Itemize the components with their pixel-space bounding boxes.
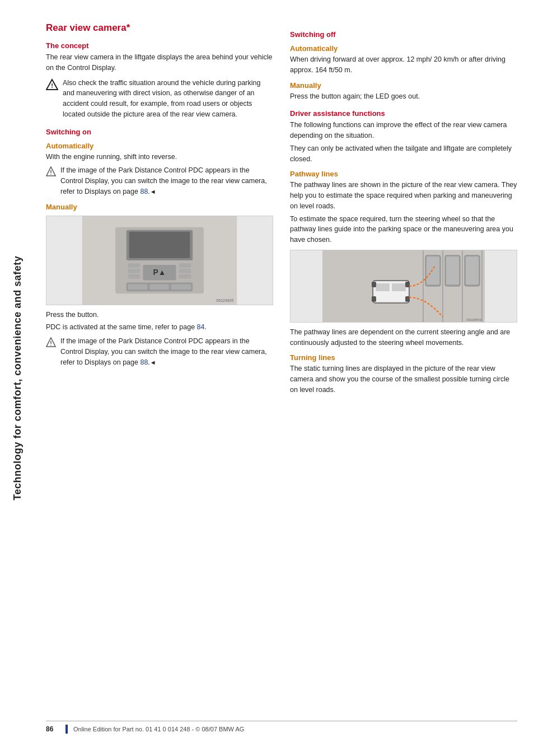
switching-off-manually-heading: Manually [290, 81, 517, 90]
svg-text:P▲: P▲ [153, 267, 166, 276]
svg-rect-36 [446, 256, 459, 284]
link-88-1[interactable]: 88 [140, 188, 148, 195]
switching-off-manually-text: Press the button again; the LED goes out… [290, 91, 517, 102]
parking-diagram-svg: 00126543 [291, 250, 517, 323]
svg-rect-34 [427, 256, 439, 284]
press-button-text: Press the button. [46, 310, 273, 320]
main-title: Rear view camera* [46, 22, 273, 34]
svg-rect-8 [129, 231, 190, 258]
switching-on-auto-heading: Automatically [46, 142, 273, 150]
note-text-1: If the image of the Park Distance Contro… [60, 165, 273, 197]
concept-heading: The concept [46, 41, 273, 50]
switching-off-auto-heading: Automatically [290, 44, 517, 53]
svg-point-4 [50, 174, 51, 175]
two-col-layout: Rear view camera* The concept The rear v… [46, 22, 517, 704]
svg-rect-11 [128, 263, 140, 267]
switching-off-auto-text: When driving forward at over approx. 12 … [290, 54, 517, 76]
svg-rect-18 [128, 284, 148, 290]
pathway-note: The pathway lines are dependent on the c… [290, 327, 517, 348]
svg-rect-38 [466, 256, 479, 284]
driver-assistance-body1: The following functions can improve the … [290, 120, 517, 141]
page-number: 86 [46, 725, 60, 733]
sidebar-label: Technology for comfort, convenience and … [12, 256, 24, 501]
switching-on-heading: Switching on [46, 128, 273, 136]
pathway-text2: To estimate the space required, turn the… [290, 214, 517, 245]
svg-rect-46 [405, 296, 410, 302]
svg-rect-42 [392, 283, 406, 291]
warning-icon: ! [46, 78, 58, 91]
car-interior-image: P▲ [46, 216, 273, 305]
page-container: Technology for comfort, convenience and … [0, 0, 534, 756]
link-88-2[interactable]: 88 [140, 358, 148, 366]
pathway-text1: The pathway lines are shown in the pictu… [290, 180, 517, 211]
left-column: Rear view camera* The concept The rear v… [46, 22, 273, 704]
footer-bar-decoration [65, 725, 68, 734]
note-triangle-icon-1 [46, 166, 56, 176]
pdc-activated-text: PDC is activated at the same time, refer… [46, 322, 273, 333]
concept-section: The concept The rear view camera in the … [46, 41, 273, 120]
car-interior-svg: P▲ [46, 216, 273, 305]
manually-heading: Manually [46, 203, 273, 211]
svg-rect-15 [179, 268, 191, 273]
note-text-2: If the image of the Park Distance Contro… [60, 336, 273, 367]
warning-box: ! Also check the traffic situation aroun… [46, 78, 273, 120]
switching-on-auto-text: With the engine running, shift into reve… [46, 152, 273, 162]
switching-off-heading: Switching off [290, 30, 517, 39]
svg-rect-20 [171, 284, 191, 290]
svg-text:!: ! [51, 82, 53, 89]
svg-text:00126543: 00126543 [466, 318, 481, 321]
main-content: Rear view camera* The concept The rear v… [35, 0, 534, 756]
svg-rect-43 [372, 282, 376, 287]
footer-text: Online Edition for Part no. 01 41 0 014 … [73, 726, 244, 732]
svg-rect-19 [149, 284, 169, 290]
note-triangle-icon-2 [46, 337, 56, 347]
svg-point-24 [50, 345, 51, 346]
turning-lines-heading: Turning lines [290, 353, 517, 362]
svg-rect-44 [405, 282, 410, 287]
warning-text: Also check the traffic situation around … [63, 78, 273, 120]
svg-rect-45 [372, 296, 376, 302]
switching-off-section: Switching off Automatically When driving… [290, 30, 517, 101]
note-box-2: If the image of the Park Distance Contro… [46, 336, 273, 367]
svg-rect-41 [376, 283, 390, 291]
svg-text:00124935: 00124935 [217, 298, 234, 302]
svg-rect-12 [128, 268, 140, 273]
page-footer: 86 Online Edition for Part no. 01 41 0 0… [46, 721, 517, 734]
note-box-1: If the image of the Park Distance Contro… [46, 165, 273, 197]
driver-assistance-body2: They can only be activated when the tail… [290, 143, 517, 165]
driver-assistance-heading: Driver assistance functions [290, 109, 517, 118]
svg-rect-13 [128, 274, 140, 278]
right-column: Switching off Automatically When driving… [290, 22, 517, 704]
turning-lines-text: The static turning lines are displayed i… [290, 363, 517, 395]
concept-body1: The rear view camera in the liftgate dis… [46, 52, 273, 73]
link-84[interactable]: 84 [197, 323, 205, 331]
driver-assistance-section: Driver assistance functions The followin… [290, 109, 517, 395]
svg-rect-14 [179, 263, 191, 267]
switching-on-section: Switching on Automatically With the engi… [46, 128, 273, 368]
sidebar: Technology for comfort, convenience and … [0, 0, 35, 756]
pathway-lines-heading: Pathway lines [290, 170, 517, 178]
parking-diagram-image: 00126543 [290, 250, 517, 323]
svg-rect-16 [179, 274, 191, 278]
